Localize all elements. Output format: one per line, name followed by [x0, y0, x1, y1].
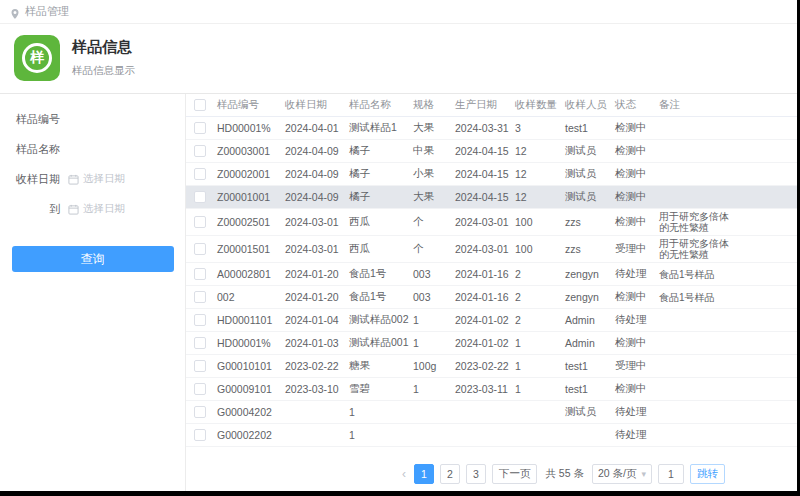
row-checkbox[interactable]	[194, 383, 206, 395]
sample-name-input[interactable]	[68, 143, 168, 155]
cell-spec: 个	[410, 215, 452, 229]
table-row[interactable]: Z000010012024-04-09橘子大果2024-04-1512测试员检测…	[186, 186, 797, 209]
table-row[interactable]: 0022024-01-20食品1号0032024-01-162zengyn检测中…	[186, 286, 797, 309]
table-row[interactable]: G000101012023-02-22糖果100g2023-02-221test…	[186, 355, 797, 378]
cell-name: 测试样品002	[346, 313, 410, 327]
cell-status: 检测中	[612, 167, 656, 181]
cell-receive_date: 2024-04-09	[282, 168, 346, 180]
cell-remark: 用于研究多倍体的无性繁殖	[656, 236, 738, 262]
select-all-checkbox[interactable]	[194, 99, 206, 111]
table-row[interactable]: HD00001%2024-01-03测试样品00112024-01-021Adm…	[186, 332, 797, 355]
table-row[interactable]: HD00001%2024-04-01测试样品1大果2024-03-313test…	[186, 117, 797, 140]
row-checkbox[interactable]	[194, 291, 206, 303]
table-row[interactable]: Z000020012024-04-09橘子小果2024-04-1512测试员检测…	[186, 163, 797, 186]
cell-status: 检测中	[612, 190, 656, 204]
cell-qty: 2	[512, 268, 562, 280]
cell-status: 检测中	[612, 215, 656, 229]
cell-remark: 食品1号样品	[656, 267, 738, 282]
cell-spec: 1	[410, 383, 452, 395]
table-row[interactable]: Z000015012024-03-01西瓜个2024-03-01100zzs受理…	[186, 236, 797, 263]
cell-receiver: Admin	[562, 337, 612, 349]
cell-prod_date: 2024-01-16	[452, 291, 512, 303]
table-row[interactable]: A000028012024-01-20食品1号0032024-01-162zen…	[186, 263, 797, 286]
column-header-qty[interactable]: 收样数量	[512, 98, 562, 112]
pagination-bar: ‹ 1 2 3 下一页 共 55 条 20 条/页 ▾ 跳转	[186, 457, 797, 491]
cell-id: G00002202	[214, 429, 282, 441]
next-page-button[interactable]: 下一页	[492, 464, 538, 484]
cell-status: 受理中	[612, 242, 656, 256]
sample-id-input[interactable]	[68, 113, 168, 125]
page-button-3[interactable]: 3	[466, 464, 486, 484]
column-header-status[interactable]: 状态	[612, 98, 656, 112]
cell-spec: 个	[410, 242, 452, 256]
row-checkbox[interactable]	[194, 216, 206, 228]
row-checkbox[interactable]	[194, 122, 206, 134]
chevron-down-icon: ▾	[641, 469, 646, 479]
cell-id: A00002801	[214, 268, 282, 280]
cell-receiver: zengyn	[562, 291, 612, 303]
form-row-date-end: 到 选择日期	[0, 194, 185, 224]
cell-prod_date: 2024-03-01	[452, 216, 512, 228]
cell-qty: 12	[512, 168, 562, 180]
row-checkbox[interactable]	[194, 429, 206, 441]
cell-status: 待处理	[612, 313, 656, 327]
column-header-receiver[interactable]: 收样人员	[562, 98, 612, 112]
row-checkbox[interactable]	[194, 337, 206, 349]
cell-id: G00004202	[214, 406, 282, 418]
cell-status: 检测中	[612, 336, 656, 350]
cell-receive_date: 2024-03-01	[282, 243, 346, 255]
cell-qty: 100	[512, 243, 562, 255]
cell-id: G00009101	[214, 383, 282, 395]
cell-receive_date: 2024-01-03	[282, 337, 346, 349]
column-header-prod-date[interactable]: 生产日期	[452, 98, 512, 112]
column-header-sample-name[interactable]: 样品名称	[346, 98, 410, 112]
column-header-spec[interactable]: 规格	[410, 98, 452, 112]
breadcrumb[interactable]: 样品管理	[25, 4, 69, 19]
page-size-select[interactable]: 20 条/页 ▾	[592, 464, 652, 484]
table-row[interactable]: G000091012023-03-10雪碧12023-03-111test1检测…	[186, 378, 797, 401]
column-header-remark[interactable]: 备注	[656, 98, 738, 112]
row-checkbox[interactable]	[194, 268, 206, 280]
column-header-sample-id[interactable]: 样品编号	[214, 98, 282, 112]
cell-id: HD00001%	[214, 122, 282, 134]
date-end-picker[interactable]: 选择日期	[68, 202, 125, 216]
cell-id: Z00002501	[214, 216, 282, 228]
page-button-1[interactable]: 1	[414, 464, 434, 484]
table-row[interactable]: HD00011012024-01-04测试样品00212024-01-022Ad…	[186, 309, 797, 332]
calendar-icon	[68, 204, 79, 215]
row-checkbox[interactable]	[194, 243, 206, 255]
row-checkbox[interactable]	[194, 314, 206, 326]
cell-name: 食品1号	[346, 267, 410, 281]
page-size-value: 20 条/页	[598, 467, 637, 481]
cell-name: 橘子	[346, 144, 410, 158]
cell-prod_date: 2024-01-02	[452, 337, 512, 349]
calendar-icon	[68, 174, 79, 185]
row-checkbox[interactable]	[194, 360, 206, 372]
jump-page-input[interactable]	[658, 464, 684, 484]
table-row[interactable]: Z000025012024-03-01西瓜个2024-03-01100zzs检测…	[186, 209, 797, 236]
cell-name: 测试样品001	[346, 336, 410, 350]
table-row[interactable]: G000042021测试员待处理	[186, 401, 797, 424]
cell-spec: 小果	[410, 167, 452, 181]
row-checkbox[interactable]	[194, 168, 206, 180]
cell-status: 待处理	[612, 428, 656, 442]
page-title: 样品信息	[72, 38, 135, 57]
page-button-2[interactable]: 2	[440, 464, 460, 484]
column-header-receive-date[interactable]: 收样日期	[282, 98, 346, 112]
cell-name: 西瓜	[346, 242, 410, 256]
query-button[interactable]: 查询	[12, 246, 174, 272]
table-row[interactable]: Z000030012024-04-09橘子中果2024-04-1512测试员检测…	[186, 140, 797, 163]
table-body: HD00001%2024-04-01测试样品1大果2024-03-313test…	[186, 117, 797, 457]
date-start-picker[interactable]: 选择日期	[68, 172, 125, 186]
cell-name: 测试样品1	[346, 121, 410, 135]
cell-status: 待处理	[612, 405, 656, 419]
row-checkbox[interactable]	[194, 145, 206, 157]
cell-prod_date: 2024-04-15	[452, 191, 512, 203]
cell-receive_date: 2024-04-09	[282, 191, 346, 203]
row-checkbox[interactable]	[194, 191, 206, 203]
jump-button[interactable]: 跳转	[690, 464, 725, 484]
table-row[interactable]: G000022021待处理	[186, 424, 797, 447]
prev-page-button[interactable]: ‹	[400, 467, 408, 481]
table-header-row: 样品编号 收样日期 样品名称 规格 生产日期 收样数量 收样人员 状态 备注	[186, 94, 797, 117]
row-checkbox[interactable]	[194, 406, 206, 418]
